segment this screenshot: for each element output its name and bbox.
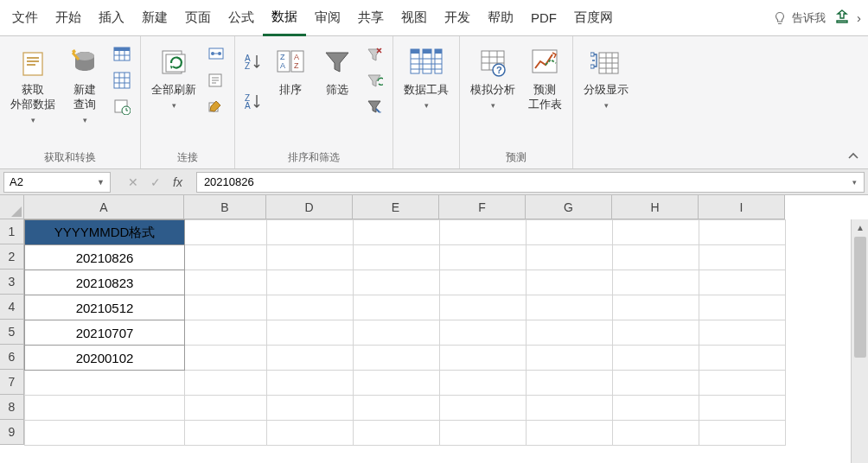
row-header[interactable]: 2 bbox=[0, 244, 24, 270]
cell[interactable] bbox=[354, 295, 440, 320]
cell[interactable] bbox=[185, 346, 267, 371]
cell[interactable] bbox=[267, 270, 354, 295]
cell[interactable] bbox=[354, 220, 440, 245]
col-header[interactable]: E bbox=[353, 195, 439, 219]
cell[interactable] bbox=[527, 320, 613, 346]
col-header[interactable]: A bbox=[24, 195, 184, 219]
from-table-button[interactable] bbox=[111, 69, 133, 92]
cell[interactable] bbox=[354, 270, 440, 295]
get-external-data-button[interactable]: 获取 外部数据 ▾ bbox=[7, 43, 59, 126]
tab-pdf[interactable]: PDF bbox=[522, 2, 565, 34]
select-all-corner[interactable] bbox=[0, 195, 24, 219]
col-header[interactable]: F bbox=[439, 195, 526, 219]
cell[interactable] bbox=[354, 346, 440, 371]
cell[interactable] bbox=[354, 245, 440, 270]
cell[interactable] bbox=[267, 220, 354, 245]
tab-new[interactable]: 新建 bbox=[133, 1, 176, 35]
cell[interactable]: 20210826 bbox=[25, 245, 185, 270]
tab-share[interactable]: 共享 bbox=[349, 1, 393, 35]
cell[interactable] bbox=[613, 346, 699, 371]
cell[interactable]: 20200102 bbox=[25, 346, 185, 371]
cell[interactable] bbox=[440, 220, 527, 245]
cell[interactable] bbox=[440, 295, 527, 320]
cell[interactable] bbox=[185, 270, 267, 295]
cell[interactable] bbox=[527, 421, 613, 446]
cell[interactable] bbox=[527, 371, 613, 396]
cell[interactable]: 20210707 bbox=[25, 320, 185, 346]
cell[interactable] bbox=[354, 396, 440, 421]
cell[interactable] bbox=[527, 245, 613, 270]
cell[interactable]: YYYYMMDD格式 bbox=[25, 220, 185, 245]
insert-function-button[interactable]: fx bbox=[173, 175, 182, 189]
cell[interactable] bbox=[699, 320, 786, 346]
cell[interactable] bbox=[699, 346, 786, 371]
cell[interactable] bbox=[185, 421, 267, 446]
cell[interactable] bbox=[699, 295, 786, 320]
cell[interactable] bbox=[699, 220, 786, 245]
clear-filter-button[interactable] bbox=[363, 43, 386, 66]
cell[interactable] bbox=[185, 371, 267, 396]
scroll-thumb[interactable] bbox=[854, 237, 866, 358]
accept-formula-button[interactable]: ✓ bbox=[150, 175, 161, 189]
cell[interactable] bbox=[267, 295, 354, 320]
row-header[interactable]: 7 bbox=[0, 370, 24, 395]
row-header[interactable]: 9 bbox=[0, 420, 24, 445]
cell[interactable] bbox=[613, 295, 699, 320]
cell[interactable] bbox=[185, 396, 267, 421]
show-queries-button[interactable] bbox=[111, 43, 133, 66]
col-header[interactable]: H bbox=[612, 195, 699, 219]
tab-baidu[interactable]: 百度网 bbox=[565, 1, 622, 35]
col-header[interactable]: D bbox=[266, 195, 353, 219]
cell[interactable] bbox=[440, 396, 527, 421]
cell[interactable] bbox=[440, 371, 527, 396]
cell[interactable] bbox=[354, 320, 440, 346]
cell[interactable] bbox=[440, 346, 527, 371]
data-tools-button[interactable]: 数据工具 ▾ bbox=[400, 43, 452, 111]
cell[interactable] bbox=[25, 396, 185, 421]
scroll-up-button[interactable]: ▲ bbox=[852, 219, 868, 235]
cell[interactable] bbox=[527, 270, 613, 295]
cell[interactable] bbox=[267, 421, 354, 446]
cell[interactable]: 20210512 bbox=[25, 295, 185, 320]
name-box[interactable]: A2 ▼ bbox=[3, 172, 111, 193]
collapse-ribbon-button[interactable] bbox=[847, 150, 859, 165]
cell[interactable] bbox=[267, 346, 354, 371]
cell[interactable] bbox=[613, 270, 699, 295]
cell[interactable] bbox=[25, 421, 185, 446]
whatif-button[interactable]: ? 模拟分析 ▾ bbox=[467, 43, 519, 111]
cell[interactable] bbox=[699, 396, 786, 421]
cell[interactable] bbox=[267, 320, 354, 346]
row-header[interactable]: 3 bbox=[0, 270, 24, 295]
cell[interactable] bbox=[613, 245, 699, 270]
cell[interactable] bbox=[613, 421, 699, 446]
cells-area[interactable]: YYYYMMDD格式 20210826 20210823 20210512 20… bbox=[24, 219, 786, 463]
cell[interactable] bbox=[699, 245, 786, 270]
tab-home[interactable]: 开始 bbox=[47, 1, 90, 35]
sort-desc-button[interactable]: ZA bbox=[242, 90, 265, 112]
row-header[interactable]: 5 bbox=[0, 320, 24, 345]
cell[interactable]: 20210823 bbox=[25, 270, 185, 295]
cell[interactable] bbox=[527, 220, 613, 245]
formula-input[interactable]: 20210826 ▾ bbox=[196, 172, 865, 193]
cell[interactable] bbox=[613, 320, 699, 346]
cell[interactable] bbox=[699, 421, 786, 446]
col-header[interactable]: I bbox=[699, 195, 785, 219]
filter-button[interactable]: 筛选 bbox=[316, 43, 358, 99]
row-header[interactable]: 6 bbox=[0, 345, 24, 370]
cell[interactable] bbox=[527, 396, 613, 421]
cell[interactable] bbox=[613, 371, 699, 396]
cell[interactable] bbox=[440, 320, 527, 346]
cell[interactable] bbox=[699, 270, 786, 295]
cell[interactable] bbox=[25, 371, 185, 396]
cell[interactable] bbox=[185, 320, 267, 346]
tab-data[interactable]: 数据 bbox=[263, 0, 306, 36]
row-header[interactable]: 4 bbox=[0, 295, 24, 320]
cell[interactable] bbox=[267, 245, 354, 270]
cell[interactable] bbox=[354, 421, 440, 446]
reapply-button[interactable] bbox=[363, 69, 386, 92]
cell[interactable] bbox=[699, 371, 786, 396]
tab-review[interactable]: 审阅 bbox=[306, 1, 349, 35]
vertical-scrollbar[interactable]: ▲ bbox=[851, 219, 868, 463]
tab-page[interactable]: 页面 bbox=[176, 1, 220, 35]
row-header[interactable]: 8 bbox=[0, 395, 24, 420]
